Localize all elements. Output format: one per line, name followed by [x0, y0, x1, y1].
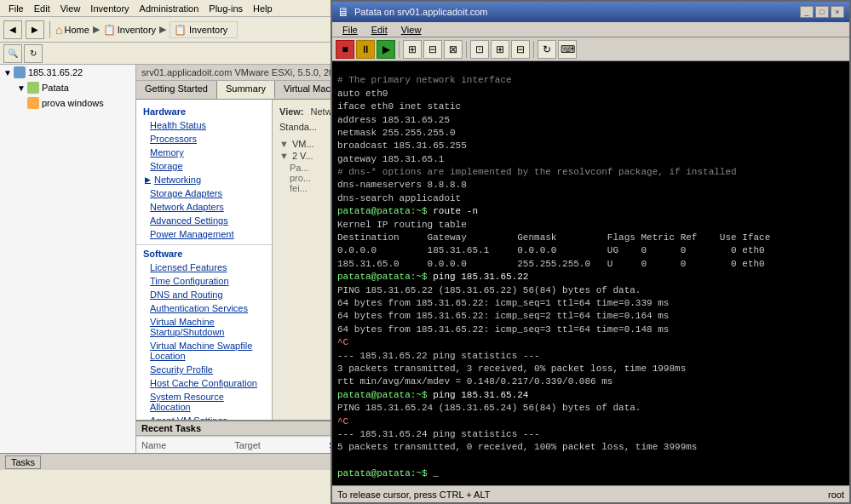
menu-inventory[interactable]: Inventory	[85, 2, 134, 15]
sw-host-cache[interactable]: Host Cache Configuration	[136, 376, 272, 390]
tab-getting-started[interactable]: Getting Started	[136, 81, 217, 99]
sw-security-profile[interactable]: Security Profile	[136, 363, 272, 376]
terminal-status-bar: To release cursor, press CTRL + ALT root	[332, 485, 849, 502]
menu-administration[interactable]: Administration	[135, 2, 204, 15]
hw-storage[interactable]: Storage	[136, 159, 272, 173]
terminal-content[interactable]: # and how to activate them. For more inf…	[332, 61, 849, 485]
back-button[interactable]: ◀	[3, 20, 22, 39]
tree-vm-expand-2	[17, 99, 27, 108]
terminal-toolbar-sep2	[466, 41, 467, 58]
hw-advanced-settings[interactable]: Advanced Settings	[136, 214, 272, 227]
terminal-minimize-btn[interactable]: _	[800, 6, 814, 18]
sw-vm-startup[interactable]: Virtual Machine Startup/Shutdown	[136, 315, 272, 339]
tree-server[interactable]: ▼ 185.31.65.22	[0, 65, 135, 80]
sw-auth-services[interactable]: Authentication Services	[136, 301, 272, 315]
menu-help[interactable]: Help	[248, 2, 278, 15]
terminal-pause-btn[interactable]: ⏸	[356, 40, 375, 59]
terminal-menu-file[interactable]: File	[336, 24, 365, 36]
breadcrumb-arrow-2: ▶	[159, 24, 166, 35]
tree-expand-icon: ▼	[3, 68, 14, 77]
tree-vm-patata[interactable]: ▼ Patata	[0, 80, 135, 95]
software-section-header: Software	[136, 244, 272, 261]
tasks-tab[interactable]: Tasks	[5, 455, 41, 469]
terminal-toolbar-sep	[399, 41, 400, 58]
terminal-controls: _ □ ×	[800, 6, 844, 18]
menu-view[interactable]: View	[55, 2, 86, 15]
server-icon	[14, 66, 26, 78]
terminal-menu-view[interactable]: View	[394, 24, 428, 36]
breadcrumb-arrow-1: ▶	[93, 24, 100, 35]
hw-power-management[interactable]: Power Management	[136, 227, 272, 241]
terminal-stop-btn[interactable]: ■	[336, 40, 354, 59]
sw-agent-vm[interactable]: Agent VM Settings	[136, 414, 272, 420]
hw-processors[interactable]: Processors	[136, 132, 272, 146]
terminal-extra4-btn[interactable]: ⌨	[558, 40, 577, 59]
left-tree-panel: ▼ 185.31.65.22 ▼ Patata prova windows	[0, 65, 136, 453]
toolbar2-btn-search[interactable]: 🔍	[3, 44, 22, 63]
toolbar2-btn-refresh[interactable]: ↻	[24, 44, 43, 63]
vm-icon-1	[27, 82, 39, 94]
terminal-settings-btn[interactable]: ⊟	[423, 40, 442, 59]
terminal-extra2-btn[interactable]: ⊟	[511, 40, 530, 59]
terminal-menu-edit[interactable]: Edit	[365, 24, 394, 36]
terminal-paste-btn[interactable]: ⊡	[470, 40, 489, 59]
sw-time-config[interactable]: Time Configuration	[136, 274, 272, 288]
tree-vm-prova[interactable]: prova windows	[0, 95, 135, 111]
terminal-toolbar: ■ ⏸ ▶ ⊞ ⊟ ⊠ ⊡ ⊞ ⊟ ↻ ⌨	[332, 37, 849, 61]
terminal-play-btn[interactable]: ▶	[377, 40, 395, 59]
terminal-maximize-btn[interactable]: □	[815, 6, 829, 18]
breadcrumb-inventory-2[interactable]: 📋 Inventory	[170, 21, 238, 38]
terminal-send-btn[interactable]: ⊞	[403, 40, 422, 59]
hw-sw-panel: Hardware Health Status Processors Memory…	[136, 100, 273, 420]
breadcrumb: ⌂ Home ▶ 📋 Inventory ▶ 📋 Inventory	[55, 21, 238, 38]
breadcrumb-home[interactable]: ⌂ Home	[55, 23, 89, 37]
hw-memory[interactable]: Memory	[136, 146, 272, 159]
hw-networking[interactable]: ▶ Networking	[136, 173, 272, 186]
hw-network-adapters[interactable]: Network Adapters	[136, 200, 272, 214]
terminal-title-container: 🖥 Patata on srv01.applicadoit.com	[337, 5, 488, 19]
hardware-section-header: Hardware	[136, 103, 272, 118]
sw-vm-swapfile[interactable]: Virtual Machine Swapfile Location	[136, 339, 272, 363]
terminal-window: 🖥 Patata on srv01.applicadoit.com _ □ × …	[331, 0, 851, 504]
menu-edit[interactable]: Edit	[29, 2, 55, 15]
hw-health-status[interactable]: Health Status	[136, 118, 272, 132]
sw-system-resource[interactable]: System Resource Allocation	[136, 390, 272, 414]
terminal-menu: File Edit View	[332, 22, 849, 37]
menu-file[interactable]: File	[3, 2, 29, 15]
terminal-close-btn[interactable]: ×	[831, 6, 844, 18]
sw-licensed-features[interactable]: Licensed Features	[136, 261, 272, 274]
terminal-user-label: root	[828, 490, 844, 500]
breadcrumb-inventory-1[interactable]: 📋 Inventory	[103, 24, 156, 36]
vm-icon-2	[27, 97, 39, 109]
menu-plugins[interactable]: Plug-ins	[204, 2, 248, 15]
tab-summary[interactable]: Summary	[217, 81, 275, 99]
terminal-copy-btn[interactable]: ⊠	[444, 40, 463, 59]
sw-dns-routing[interactable]: DNS and Routing	[136, 288, 272, 301]
terminal-title-text: Patata on srv01.applicadoit.com	[354, 7, 488, 17]
terminal-status-text: To release cursor, press CTRL + ALT	[337, 490, 490, 500]
terminal-extra-btn[interactable]: ⊞	[491, 40, 509, 59]
hw-networking-arrow: ▶	[145, 175, 151, 184]
terminal-icon: 🖥	[337, 5, 349, 19]
terminal-extra3-btn[interactable]: ↻	[538, 40, 556, 59]
hw-storage-adapters[interactable]: Storage Adapters	[136, 186, 272, 200]
terminal-title-bar: 🖥 Patata on srv01.applicadoit.com _ □ ×	[332, 2, 849, 22]
terminal-toolbar-sep3	[533, 41, 534, 58]
tree-vm-expand-1: ▼	[17, 83, 27, 93]
forward-button[interactable]: ▶	[26, 20, 44, 39]
toolbar-separator	[49, 21, 50, 38]
